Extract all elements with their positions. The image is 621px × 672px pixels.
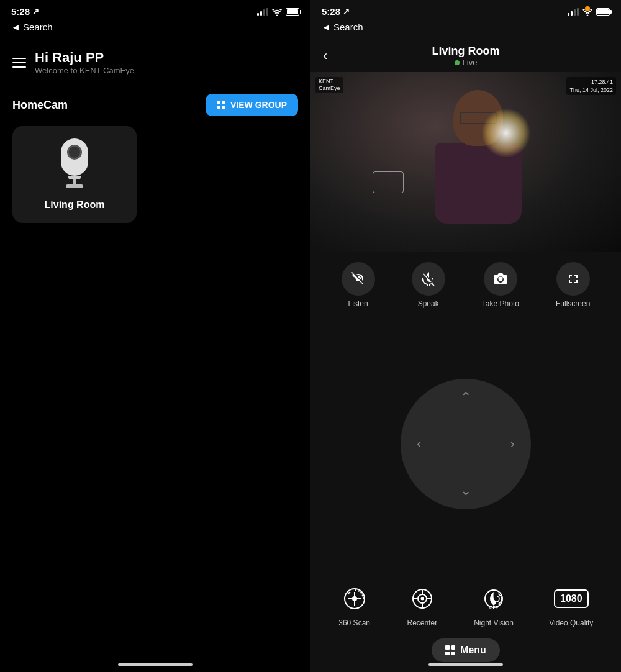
right-panel: 5:28 ↗ ◄ Search ‹ Living Room (310, 0, 621, 672)
video-quality-icon-wrap: 1080 (555, 583, 587, 615)
notification-dot (585, 6, 590, 11)
night-vision-button[interactable]: OFF Night Vision (474, 583, 514, 627)
hamburger-menu[interactable] (12, 58, 26, 68)
live-indicator: Live (432, 58, 500, 67)
scan-360-button[interactable]: 360 Scan (338, 583, 371, 627)
night-vision-icon-wrap: OFF (478, 583, 510, 615)
video-quality-label: Video Quality (549, 619, 593, 627)
right-battery-icon (596, 8, 610, 16)
camera-card[interactable]: Living Room (12, 126, 137, 223)
view-group-button[interactable]: VIEW GROUP (206, 94, 298, 116)
scan-icon (343, 587, 366, 611)
dpad-up-button[interactable]: ⌃ (453, 385, 478, 410)
homecam-section: HomeCam VIEW GROUP Living (0, 81, 310, 229)
right-time-text: 5:28 (322, 6, 340, 17)
dpad-circle: ⌃ ⌄ ‹ › (401, 379, 531, 509)
dpad-section: ⌃ ⌄ ‹ › (310, 314, 621, 574)
listen-label: Listen (348, 299, 368, 308)
signal-icon (257, 8, 268, 16)
camera-device-icon (50, 138, 99, 188)
listen-icon-circle (342, 262, 375, 296)
fullscreen-label: Fullscreen (556, 299, 590, 308)
take-photo-icon-circle (484, 262, 517, 296)
dpad-down-button[interactable]: ⌄ (453, 478, 478, 503)
right-status-bar: 5:28 ↗ (310, 0, 621, 20)
bottom-controls: 360 Scan Recenter (310, 574, 621, 633)
left-status-icons (257, 7, 299, 16)
battery-icon (286, 8, 299, 16)
fullscreen-icon-circle (556, 262, 590, 296)
quality-badge: 1080 (554, 589, 589, 608)
video-brand: KENTCamEye (315, 77, 343, 93)
svg-point-2 (352, 596, 357, 601)
camera-icon (493, 271, 508, 286)
svg-point-5 (420, 597, 424, 601)
live-dot (455, 60, 460, 65)
left-home-indicator (118, 663, 193, 666)
right-signal-icon (568, 8, 579, 16)
take-photo-label: Take Photo (482, 299, 519, 308)
cam-header: ‹ Living Room Live (310, 37, 621, 72)
menu-button[interactable]: Menu (432, 638, 500, 662)
recenter-button[interactable]: Recenter (406, 583, 438, 627)
location-icon: ↗ (32, 7, 39, 16)
fullscreen-icon (566, 271, 581, 286)
control-buttons: Listen Speak Take Photo (310, 252, 621, 314)
cam-title-block: Living Room Live (432, 45, 500, 67)
video-feed: KENTCamEye 17:28:41Thu, 14 Jul, 2022 (310, 72, 621, 252)
right-search-bar[interactable]: ◄ Search (310, 20, 621, 37)
video-placeholder: KENTCamEye 17:28:41Thu, 14 Jul, 2022 (310, 72, 621, 252)
view-group-label: VIEW GROUP (230, 100, 287, 110)
take-photo-button[interactable]: Take Photo (482, 262, 519, 308)
homecam-header: HomeCam VIEW GROUP (12, 94, 298, 116)
recenter-label: Recenter (407, 619, 438, 627)
dpad-left-button[interactable]: ‹ (407, 432, 432, 456)
greeting-subtitle: Welcome to KENT CamEye (35, 66, 134, 75)
selection-box (373, 171, 404, 193)
right-back-arrow[interactable]: ◄ Search (322, 22, 363, 32)
right-home-indicator (428, 663, 503, 666)
back-button[interactable]: ‹ (323, 48, 327, 64)
left-back-arrow[interactable]: ◄ Search (11, 22, 53, 32)
bright-flash (481, 108, 531, 158)
camera-card-label: Living Room (45, 199, 105, 211)
svg-text:OFF: OFF (489, 606, 499, 610)
svg-point-0 (498, 277, 502, 281)
speak-button[interactable]: Speak (412, 262, 445, 308)
listen-button[interactable]: Listen (342, 262, 375, 308)
greeting-text: Hi Raju PP Welcome to KENT CamEye (35, 50, 134, 75)
menu-label: Menu (460, 645, 486, 656)
recenter-icon (410, 587, 434, 611)
mic-off-icon (421, 271, 436, 286)
speak-label: Speak (418, 299, 439, 308)
homecam-title: HomeCam (12, 99, 68, 112)
mute-icon (351, 271, 366, 286)
speak-icon-circle (412, 262, 445, 296)
wifi-icon (272, 7, 282, 16)
left-status-bar: 5:28 ↗ (0, 0, 310, 20)
grid-icon (217, 101, 225, 109)
left-time-text: 5:28 (11, 6, 30, 17)
night-vision-label: Night Vision (474, 619, 514, 627)
left-panel: 5:28 ↗ ◄ Search Hi Raju PP Welco (0, 0, 310, 672)
greeting-section: Hi Raju PP Welcome to KENT CamEye (0, 37, 310, 81)
menu-bar: Menu (310, 633, 621, 672)
greeting-title: Hi Raju PP (35, 50, 134, 66)
video-timestamp: 17:28:41Thu, 14 Jul, 2022 (566, 77, 616, 95)
left-time: 5:28 ↗ (11, 6, 39, 17)
menu-grid-icon (445, 645, 455, 655)
right-location-icon: ↗ (343, 7, 350, 16)
dpad-right-button[interactable]: › (500, 432, 525, 456)
cam-title: Living Room (432, 45, 500, 58)
night-vision-icon: OFF (482, 587, 505, 611)
left-search-bar[interactable]: ◄ Search (0, 20, 310, 37)
recenter-icon-wrap (406, 583, 438, 615)
scan-360-icon-wrap (338, 583, 371, 615)
fullscreen-button[interactable]: Fullscreen (556, 262, 590, 308)
right-time: 5:28 ↗ (322, 6, 350, 17)
video-quality-button[interactable]: 1080 Video Quality (549, 583, 593, 627)
scan-360-label: 360 Scan (338, 619, 370, 627)
live-label: Live (463, 58, 478, 67)
